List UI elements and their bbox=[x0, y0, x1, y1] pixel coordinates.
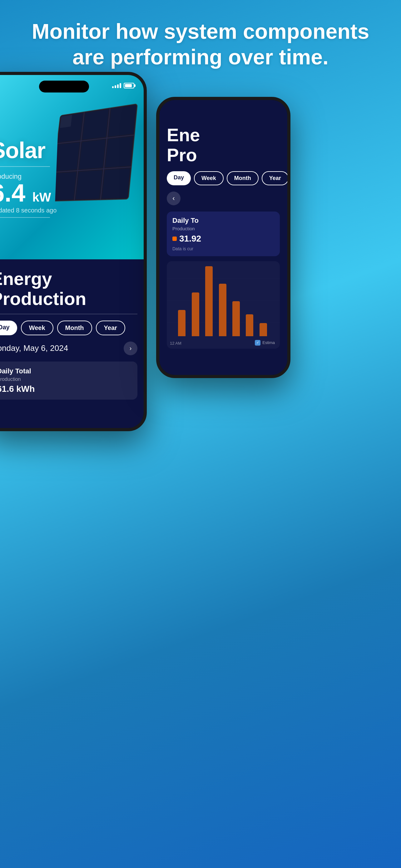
svg-rect-9 bbox=[79, 140, 106, 169]
signal-bars-icon bbox=[112, 83, 121, 88]
phone-2: EnePro Day Week Month Year ‹ Daily To Pr… bbox=[156, 97, 291, 378]
tab-month[interactable]: Month bbox=[57, 320, 92, 335]
p2-tab-day[interactable]: Day bbox=[167, 171, 191, 185]
p2-card-title: Daily To bbox=[172, 217, 274, 225]
chart-grid-line-1 bbox=[167, 279, 280, 279]
energy-divider bbox=[0, 314, 137, 314]
solar-brand-name: Solar bbox=[0, 137, 57, 163]
solar-panel-image bbox=[55, 98, 142, 214]
svg-rect-13 bbox=[102, 168, 130, 199]
chart-bar-7 bbox=[260, 323, 267, 336]
p2-tab-month[interactable]: Month bbox=[227, 171, 259, 185]
solar-updated-text: Updated 8 seconds ago bbox=[0, 207, 57, 214]
svg-rect-10 bbox=[105, 136, 133, 167]
p2-time-tabs: Day Week Month Year bbox=[167, 171, 280, 185]
p2-data-note: Data is cur bbox=[172, 246, 274, 251]
date-navigation: Monday, May 6, 2024 › bbox=[0, 342, 137, 355]
next-date-button[interactable]: › bbox=[124, 342, 137, 355]
svg-rect-7 bbox=[108, 105, 136, 137]
daily-total-value: 61.6 kWh bbox=[0, 384, 131, 394]
orange-indicator bbox=[172, 237, 177, 241]
p2-navigation: ‹ bbox=[167, 191, 280, 205]
chart-bar-6 bbox=[246, 314, 253, 336]
p2-tab-week[interactable]: Week bbox=[194, 171, 224, 185]
svg-rect-8 bbox=[55, 142, 80, 171]
chart-bar-5 bbox=[232, 301, 240, 336]
svg-rect-11 bbox=[55, 172, 76, 200]
p2-card-value-row: 31.92 bbox=[172, 234, 274, 244]
daily-total-sublabel: Production bbox=[0, 376, 131, 382]
solar-divider-top bbox=[0, 166, 50, 167]
solar-power-value: 6.4 kW bbox=[0, 181, 57, 206]
solar-hero-section: Solar Producing 6.4 kW Updated 8 seconds… bbox=[0, 75, 144, 262]
svg-rect-14 bbox=[60, 115, 72, 128]
p2-chart-legend: ✓ Estima bbox=[255, 340, 275, 346]
chart-bar-4 bbox=[219, 284, 226, 336]
hero-title: Monitor how system components are perfor… bbox=[25, 19, 376, 70]
hero-section: Monitor how system components are perfor… bbox=[0, 0, 401, 82]
daily-total-label: Daily Total bbox=[0, 367, 131, 375]
prev-date-button[interactable]: ‹ bbox=[167, 191, 180, 205]
status-right bbox=[112, 83, 134, 88]
chart-bar-3 bbox=[205, 266, 213, 336]
p2-daily-total-card: Daily To Production 31.92 Data is cur bbox=[167, 212, 280, 256]
solar-divider-bottom bbox=[0, 217, 50, 218]
phone2-content: EnePro Day Week Month Year ‹ Daily To Pr… bbox=[159, 100, 287, 375]
phones-container: 1 bbox=[0, 72, 401, 431]
p2-energy-title: EnePro bbox=[167, 125, 280, 165]
energy-section: Energy Production Day Week Month Year Mo… bbox=[0, 259, 144, 428]
phone-1: 1 bbox=[0, 72, 147, 431]
svg-rect-12 bbox=[75, 170, 102, 199]
chart-x-label-12am: 12 AM bbox=[170, 341, 181, 346]
p2-card-sub: Production bbox=[172, 226, 274, 231]
battery-icon bbox=[124, 83, 134, 88]
legend-check-icon: ✓ bbox=[255, 340, 261, 346]
current-date: Monday, May 6, 2024 bbox=[0, 343, 68, 353]
legend-text: Estima bbox=[262, 340, 275, 345]
solar-brand-area: Solar Producing 6.4 kW Updated 8 seconds… bbox=[0, 137, 57, 221]
time-tabs: Day Week Month Year bbox=[0, 320, 137, 335]
chart-bar-2 bbox=[192, 292, 199, 336]
daily-total-card: Daily Total Production 61.6 kWh bbox=[0, 362, 137, 400]
energy-title: Energy Production bbox=[0, 269, 137, 309]
dynamic-island bbox=[39, 81, 89, 92]
chart-bar-1 bbox=[178, 310, 186, 336]
svg-rect-6 bbox=[82, 110, 109, 140]
p2-tab-year[interactable]: Year bbox=[262, 171, 289, 185]
tab-day[interactable]: Day bbox=[0, 320, 17, 335]
p2-production-value: 31.92 bbox=[179, 234, 201, 244]
tab-week[interactable]: Week bbox=[21, 320, 54, 335]
p2-chart-area: 12 AM ✓ Estima bbox=[167, 261, 280, 349]
tab-year[interactable]: Year bbox=[96, 320, 125, 335]
